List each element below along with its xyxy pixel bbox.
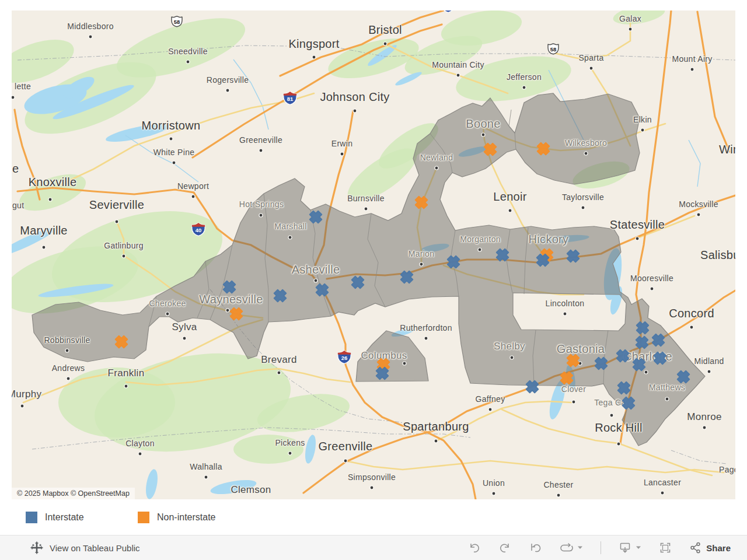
marker-non-interstate[interactable]	[535, 141, 552, 158]
marker-interstate[interactable]	[221, 279, 238, 296]
tableau-toolbar: View on Tableau Public	[0, 535, 747, 560]
marker-interstate[interactable]	[615, 348, 631, 365]
marker-interstate[interactable]	[565, 248, 582, 265]
marker-non-interstate[interactable]	[228, 306, 245, 323]
tableau-embed: 5858814026 MiddlesboroSneedvilleRogersvi…	[0, 0, 747, 560]
caret-down-icon	[636, 545, 641, 550]
fullscreen-button[interactable]	[659, 541, 672, 554]
marker-interstate[interactable]	[634, 320, 651, 337]
marker-interstate[interactable]	[593, 355, 610, 372]
marker-interstate[interactable]	[524, 379, 541, 396]
tableau-logo-icon	[30, 541, 43, 554]
share-label: Share	[706, 543, 731, 553]
reset-button[interactable]	[529, 541, 542, 554]
marker-non-interstate[interactable]	[113, 334, 130, 351]
toolbar-separator	[601, 541, 601, 554]
legend-item-interstate[interactable]: Interstate	[26, 499, 84, 535]
view-on-tableau-public-link[interactable]: View on Tableau Public	[0, 541, 140, 554]
marker-interstate[interactable]	[616, 380, 633, 397]
marker-interstate[interactable]	[350, 274, 366, 291]
marker-interstate[interactable]	[445, 254, 462, 271]
share-button[interactable]: Share	[689, 541, 731, 554]
caret-down-icon	[577, 545, 583, 550]
marker-interstate[interactable]	[652, 350, 669, 367]
legend-swatch-non-interstate	[138, 512, 149, 523]
legend-label: Non-interstate	[157, 512, 216, 523]
legend: Interstate Non-interstate	[12, 499, 735, 535]
map-attribution: © 2025 Mapbox © OpenStreetMap	[12, 488, 135, 499]
marker-layer	[12, 10, 735, 499]
legend-swatch-interstate	[26, 512, 37, 523]
redo-button[interactable]	[498, 541, 511, 554]
marker-non-interstate[interactable]	[565, 352, 582, 369]
refresh-button[interactable]	[559, 541, 583, 554]
view-on-tableau-public-label: View on Tableau Public	[50, 543, 140, 553]
marker-interstate[interactable]	[494, 247, 511, 264]
marker-interstate[interactable]	[272, 288, 289, 304]
marker-interstate[interactable]	[620, 395, 637, 412]
marker-interstate[interactable]	[308, 209, 324, 226]
marker-interstate[interactable]	[675, 369, 692, 386]
download-button[interactable]	[619, 541, 641, 554]
undo-button[interactable]	[468, 541, 481, 554]
legend-label: Interstate	[45, 512, 84, 523]
marker-non-interstate[interactable]	[558, 370, 575, 387]
marker-interstate[interactable]	[631, 356, 648, 373]
marker-interstate[interactable]	[650, 332, 667, 349]
map-canvas[interactable]: 5858814026 MiddlesboroSneedvilleRogersvi…	[12, 10, 735, 499]
marker-interstate[interactable]	[314, 282, 331, 299]
marker-non-interstate[interactable]	[413, 194, 430, 211]
marker-interstate[interactable]	[399, 269, 416, 286]
marker-interstate[interactable]	[634, 334, 651, 351]
marker-non-interstate[interactable]	[482, 141, 499, 158]
legend-item-non-interstate[interactable]: Non-interstate	[138, 499, 216, 535]
